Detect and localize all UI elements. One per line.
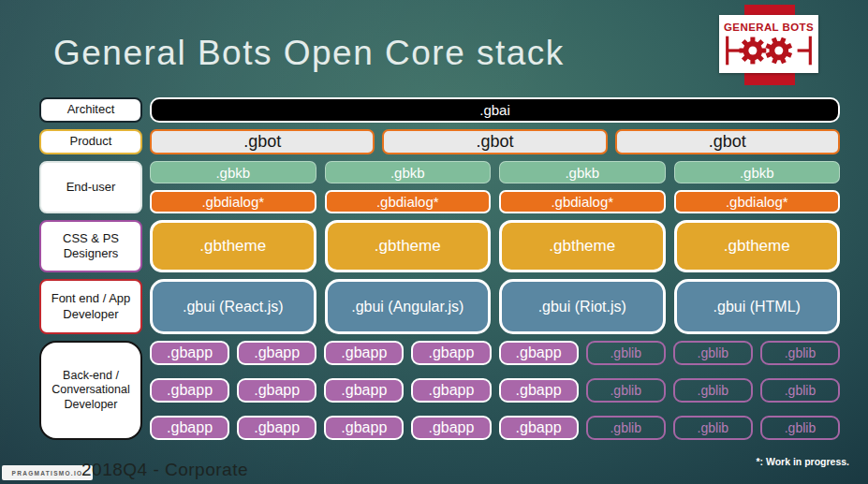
band-back-end-conversational-developer: Back-end / Conversational Developer.gbap… [39, 341, 840, 440]
box-gbapp: .gbapp [237, 378, 316, 403]
row-label-front-end-app-developer: Font end / App Developer [39, 279, 142, 334]
box-gblib: .gblib [673, 341, 753, 365]
box-gbot: .gbot [382, 129, 607, 154]
band-content-product: .gbot.gbot.gbot [150, 129, 840, 154]
cell-row: .gbdialog*.gbdialog*.gbdialog*.gbdialog* [150, 190, 840, 213]
box-gblib: .gblib [760, 378, 840, 403]
pragmatismo-badge: PRAGMATISMO.IO [2, 465, 93, 480]
cell-row: .gbtheme.gbtheme.gbtheme.gbtheme [150, 220, 840, 272]
box-gblib: .gblib [673, 416, 753, 440]
box-gbapp: .gbapp [411, 341, 491, 365]
box-gblib: .gblib [586, 341, 666, 365]
work-in-progress-footnote: *: Work in progress. [756, 456, 849, 467]
band-content-back-end-conversational-developer: .gbapp.gbapp.gbapp.gbapp.gbapp.gblib.gbl… [150, 341, 840, 440]
box-gblib: .gblib [586, 378, 666, 403]
row-label-css-ps-designers: CSS & PS Designers [39, 220, 142, 272]
general-bots-logo: GENERAL BOTS [719, 15, 818, 73]
band-content-architect: .gbai [150, 97, 840, 123]
box-gbapp: .gbapp [499, 341, 579, 365]
box-gbkb: .gbkb [674, 161, 841, 183]
page-title: General Bots Open Core stack [53, 34, 565, 73]
box-gbapp: .gbapp [499, 416, 579, 440]
box-gbtheme: .gbtheme [674, 220, 841, 272]
footer-caption: 2018Q4 - Corporate [81, 460, 248, 480]
cell-row: .gbapp.gbapp.gbapp.gbapp.gbapp.gblib.gbl… [150, 378, 840, 403]
box-gbapp: .gbapp [411, 416, 491, 440]
band-front-end-app-developer: Font end / App Developer.gbui (React.js)… [39, 279, 840, 334]
box-gbapp: .gbapp [499, 378, 579, 403]
band-content-end-user: .gbkb.gbkb.gbkb.gbkb.gbdialog*.gbdialog*… [150, 161, 840, 213]
row-label-product: Product [39, 129, 142, 154]
cell-row: .gbapp.gbapp.gbapp.gbapp.gbapp.gblib.gbl… [150, 341, 840, 365]
box-gbapp: .gbapp [150, 416, 229, 440]
cell-row: .gbai [150, 97, 840, 123]
box-gbapp: .gbapp [324, 341, 404, 365]
box-gbapp: .gbapp [411, 378, 491, 403]
band-css-ps-designers: CSS & PS Designers.gbtheme.gbtheme.gbthe… [39, 220, 840, 272]
box-gbui: .gbui (Riot.js) [499, 279, 666, 334]
box-gbkb: .gbkb [325, 161, 492, 183]
box-gbot: .gbot [150, 129, 375, 154]
box-gblib: .gblib [673, 378, 753, 403]
box-gbapp: .gbapp [150, 378, 229, 403]
slide: General Bots Open Core stack GENERAL BOT… [0, 0, 868, 484]
cell-row: .gbkb.gbkb.gbkb.gbkb [150, 161, 840, 183]
stack-diagram: Architect.gbaiProduct.gbot.gbot.gbotEnd-… [39, 97, 840, 447]
box-gbapp: .gbapp [324, 378, 404, 403]
box-gbdialog: .gbdialog* [150, 190, 316, 213]
box-gbtheme: .gbtheme [150, 220, 316, 272]
band-content-css-ps-designers: .gbtheme.gbtheme.gbtheme.gbtheme [150, 220, 840, 272]
box-gbdialog: .gbdialog* [499, 190, 666, 213]
box-gbdialog: .gbdialog* [674, 190, 841, 213]
box-gbai: .gbai [150, 97, 840, 123]
box-gbot: .gbot [615, 129, 840, 154]
band-end-user: End-user.gbkb.gbkb.gbkb.gbkb.gbdialog*.g… [39, 161, 840, 213]
band-architect: Architect.gbai [39, 97, 840, 123]
cell-row: .gbot.gbot.gbot [150, 129, 840, 154]
cell-row: .gbui (React.js).gbui (Angular.js).gbui … [150, 279, 840, 334]
box-gbapp: .gbapp [150, 341, 229, 365]
band-content-front-end-app-developer: .gbui (React.js).gbui (Angular.js).gbui … [150, 279, 840, 334]
box-gblib: .gblib [760, 341, 840, 365]
box-gblib: .gblib [760, 416, 840, 440]
row-label-architect: Architect [39, 97, 142, 123]
band-product: Product.gbot.gbot.gbot [39, 129, 840, 154]
box-gbapp: .gbapp [324, 416, 404, 440]
box-gbapp: .gbapp [237, 416, 316, 440]
logo-brand-text: GENERAL BOTS [724, 22, 814, 33]
box-gbtheme: .gbtheme [499, 220, 666, 272]
box-gblib: .gblib [586, 416, 666, 440]
box-gbkb: .gbkb [150, 161, 316, 183]
box-gbkb: .gbkb [499, 161, 666, 183]
box-gbtheme: .gbtheme [325, 220, 492, 272]
box-gbui: .gbui (Angular.js) [325, 279, 492, 334]
box-gbui: .gbui (React.js) [150, 279, 316, 334]
box-gbdialog: .gbdialog* [325, 190, 492, 213]
cell-row: .gbapp.gbapp.gbapp.gbapp.gbapp.gblib.gbl… [150, 416, 840, 440]
row-label-back-end-conversational-developer: Back-end / Conversational Developer [39, 341, 142, 440]
double-gear-icon [722, 34, 816, 67]
row-label-end-user: End-user [39, 161, 142, 213]
box-gbapp: .gbapp [237, 341, 316, 365]
box-gbui: .gbui (HTML) [674, 279, 841, 334]
